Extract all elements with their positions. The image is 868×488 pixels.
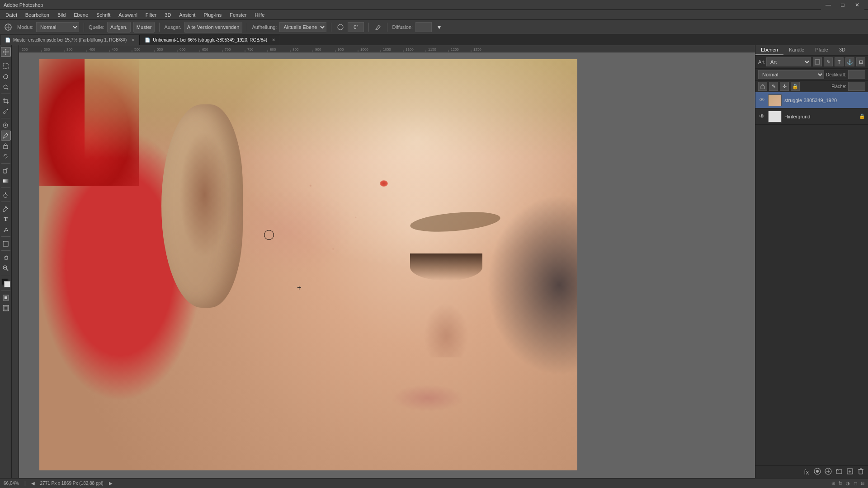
clone-stamp-tool[interactable] (1, 141, 11, 151)
aufgen-button[interactable]: Aufgen. (107, 22, 131, 33)
layer-icon-pencil[interactable]: ✎ (824, 57, 833, 66)
layer-new-btn[interactable] (845, 468, 854, 476)
menu-item-auswahl[interactable]: Auswahl (115, 11, 141, 19)
canvas-container[interactable]: + (19, 52, 755, 478)
spot-heal-tool[interactable] (1, 120, 11, 130)
background-color[interactable] (4, 281, 10, 287)
opacity-label: Deckkraft: (826, 72, 846, 77)
status-icon-4[interactable]: ◻ (854, 481, 857, 486)
layer-icon-text[interactable]: T (835, 57, 844, 66)
minimize-button[interactable]: — (821, 0, 835, 10)
layer-icon-anchor[interactable]: ⚓ (845, 57, 854, 66)
menu-item-3d[interactable]: 3D (161, 11, 175, 19)
tab-3d[interactable]: 3D (834, 45, 851, 55)
alte-version-button[interactable]: Alte Version verwenden (184, 22, 243, 33)
layer-name-struggle: struggle-3805349_1920 (784, 98, 865, 103)
window-controls: — □ ✕ (821, 0, 864, 10)
move-tool[interactable] (1, 47, 11, 57)
menu-item-plug-ins[interactable]: Plug-ins (200, 11, 225, 19)
menu-item-bearbeiten[interactable]: Bearbeiten (22, 11, 53, 19)
menu-item-filter[interactable]: Filter (142, 11, 160, 19)
quick-select-tool[interactable] (1, 82, 11, 92)
tab-2[interactable]: 📄 Unbenannt-1 bei 66% (struggle-3805349_… (140, 35, 280, 45)
aufhellung-select[interactable]: Aktuelle Ebene Alle Ebenen (279, 22, 326, 32)
status-icon-2[interactable]: fx (839, 481, 842, 486)
fill-input[interactable]: 100% (848, 82, 865, 91)
sep2 (159, 23, 160, 32)
svg-line-23 (6, 269, 8, 271)
layer-adjust-btn[interactable] (824, 468, 833, 476)
modus-select[interactable]: Normal Multiplizieren Aufhellen (36, 22, 79, 32)
lock-image-btn[interactable]: ✎ (769, 82, 778, 91)
eyedropper-tool[interactable] (1, 106, 11, 116)
nav-right[interactable]: ▶ (109, 481, 113, 486)
menu-item-fenster[interactable]: Fenster (226, 11, 250, 19)
diffusion-dropdown-icon[interactable]: ▾ (434, 23, 443, 32)
rect-select-tool[interactable] (1, 61, 11, 71)
gradient-tool[interactable] (1, 176, 11, 186)
blend-mode-select[interactable]: Normal Multiplizieren (758, 70, 824, 79)
lasso-tool[interactable] (1, 71, 11, 81)
screen-mode-btn[interactable] (1, 303, 11, 313)
menu-item-schrift[interactable]: Schrift (93, 11, 114, 19)
tab-1-close[interactable]: ✕ (131, 38, 135, 42)
art-select[interactable]: Art (766, 57, 811, 66)
diffusion-input[interactable]: 5 (415, 22, 432, 32)
nav-left[interactable]: ◀ (31, 481, 35, 486)
layer-fx-btn[interactable]: fx (802, 469, 811, 476)
layers-panel: Art Art ✎ T ⚓ ⊞ Normal Multiplizieren De… (755, 56, 868, 478)
tab-pfade[interactable]: Pfade (810, 45, 834, 55)
brush-tool[interactable] (1, 131, 11, 141)
layer-icon-lock[interactable]: ⊞ (856, 57, 865, 66)
status-icon-1[interactable]: ⊞ (831, 481, 835, 486)
zoom-tool[interactable] (1, 263, 11, 273)
path-select-tool[interactable] (1, 225, 11, 235)
tab-kanaele[interactable]: Kanäle (783, 45, 810, 55)
shape-tool[interactable] (1, 239, 11, 249)
tab-ebenen[interactable]: Ebenen (755, 45, 783, 55)
layer-eye-hintergrund[interactable]: 👁 (758, 113, 765, 120)
svg-text:300: 300 (44, 47, 50, 52)
right-panel: Ebenen Kanäle Pfade 3D Art Art ✎ T ⚓ ⊞ (755, 45, 868, 478)
menu-item-hilfe[interactable]: Hilfe (251, 11, 268, 19)
crop-tool[interactable] (1, 96, 11, 106)
angle-input[interactable] (348, 22, 364, 32)
menu-item-ansicht[interactable]: Ansicht (175, 11, 199, 19)
status-icon-5[interactable]: ⊟ (861, 481, 864, 486)
hand-tool[interactable] (1, 253, 11, 263)
menu-item-ebene[interactable]: Ebene (70, 11, 92, 19)
opacity-input[interactable]: 100% (848, 70, 865, 79)
muster-button[interactable]: Muster (133, 22, 155, 33)
layer-item-hintergrund[interactable]: 👁 Hintergrund 🔒 (755, 108, 868, 125)
lock-all-btn[interactable]: 🔒 (791, 82, 800, 91)
lock-artboard-btn[interactable]: ✛ (780, 82, 789, 91)
type-tool[interactable]: T (1, 214, 11, 224)
layer-name-hintergrund: Hintergrund (784, 114, 856, 119)
layer-icon-filter[interactable] (813, 57, 822, 66)
tab-2-close[interactable]: ✕ (272, 38, 275, 42)
pen-tool[interactable] (1, 204, 11, 214)
dodge-tool[interactable] (1, 190, 11, 200)
close-button[interactable]: ✕ (850, 0, 864, 10)
layer-group-btn[interactable] (835, 468, 844, 476)
layer-thumb-hintergrund (768, 111, 782, 122)
layer-mask-btn[interactable] (813, 468, 822, 476)
mask-mode-btn[interactable] (1, 293, 11, 303)
eraser-tool[interactable] (1, 165, 11, 175)
menu-item-datei[interactable]: Datei (2, 11, 21, 19)
history-brush-tool[interactable] (1, 151, 11, 161)
status-icon-3[interactable]: ◑ (846, 481, 850, 486)
layer-delete-btn[interactable] (856, 468, 865, 476)
tab-1[interactable]: 📄 Muster erstellen.psdc bei 15,7% (Farbf… (0, 35, 140, 45)
layer-item-struggle[interactable]: 👁 struggle-3805349_1920 (755, 92, 868, 108)
tool-sep-5 (1, 188, 10, 188)
color-swatches[interactable] (1, 278, 11, 288)
maximize-button[interactable]: □ (835, 0, 850, 10)
layer-eye-struggle[interactable]: 👁 (758, 97, 765, 103)
svg-rect-71 (815, 60, 820, 64)
canvas[interactable]: + (39, 59, 577, 470)
fill-controls: ✎ ✛ 🔒 (758, 82, 830, 91)
lock-transparent-btn[interactable] (758, 82, 767, 91)
brush-icon[interactable] (373, 23, 382, 32)
menu-item-bild[interactable]: Bild (54, 11, 69, 19)
